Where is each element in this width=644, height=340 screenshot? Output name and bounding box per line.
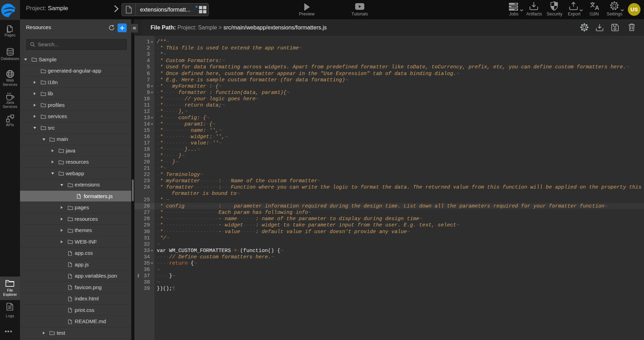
svg-text:A: A [595,5,599,11]
